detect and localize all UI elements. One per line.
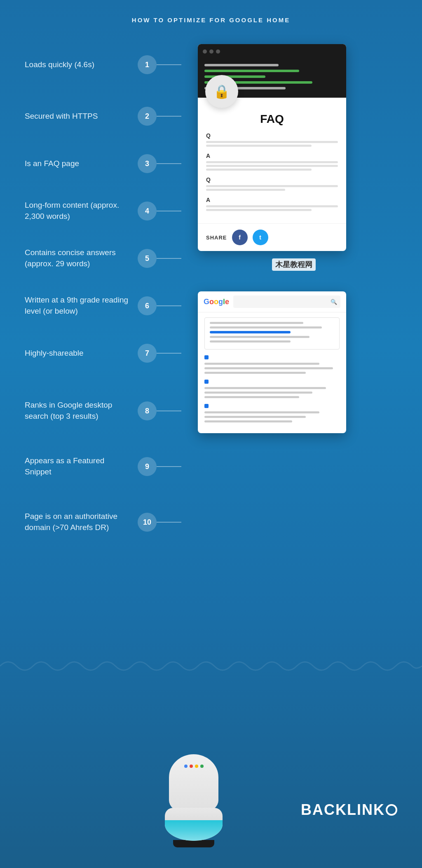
faq-line <box>206 205 338 207</box>
list-item: Long-form content (approx. 2,300 words) … <box>25 199 181 223</box>
connector-4 <box>157 211 181 211</box>
faq-item: A <box>206 152 338 171</box>
item-text-2: Secured with HTTPS <box>25 111 138 122</box>
share-bar: SHARE f t <box>198 223 346 251</box>
faq-q-label: Q <box>206 176 338 183</box>
serp-line <box>204 387 326 389</box>
item-number-2: 2 <box>138 107 157 126</box>
google-g: G <box>204 298 209 306</box>
connector-2 <box>157 116 181 117</box>
connector-7 <box>157 353 181 354</box>
connector-9 <box>157 466 181 467</box>
backlinko-text: BACKLINK <box>301 801 385 818</box>
item-number-3: 3 <box>138 154 157 173</box>
item-number-1: 1 <box>138 55 157 74</box>
list-item: Secured with HTTPS 2 <box>25 104 181 129</box>
page-title: HOW TO OPTIMIZE FOR GOOGLE HOME <box>0 0 422 36</box>
google-home-dot-green <box>200 765 204 768</box>
serp-line <box>210 326 322 328</box>
list-item: Page is on an authoritative domain (>70 … <box>25 510 181 535</box>
serp-line <box>204 367 333 369</box>
list-item: Contains concise answers (approx. 29 wor… <box>25 246 181 271</box>
backlinko-logo: BACKLINK <box>301 801 397 819</box>
facebook-share-button[interactable]: f <box>232 230 248 245</box>
faq-item: A <box>206 197 338 211</box>
serp-result <box>204 380 340 398</box>
serp-line <box>204 420 292 422</box>
item-number-6: 6 <box>138 296 157 315</box>
result-dot <box>204 404 209 408</box>
item-number-10: 10 <box>138 513 157 532</box>
list-item: Appears as a Featured Snippet 9 <box>25 454 181 479</box>
faq-line <box>206 169 312 171</box>
faq-q-label: Q <box>206 132 338 139</box>
list-item: Is an FAQ page 3 <box>25 151 181 176</box>
item-text-5: Contains concise answers (approx. 29 wor… <box>25 247 138 269</box>
result-dot <box>204 380 209 384</box>
lock-overlay: 🔒 <box>205 75 238 108</box>
google-home-dot-red <box>190 765 193 768</box>
lock-icon: 🔒 <box>213 84 230 99</box>
serp-result <box>204 355 340 374</box>
item-text-3: Is an FAQ page <box>25 158 138 169</box>
faq-item: Q <box>206 176 338 191</box>
browser-bar <box>198 44 346 59</box>
item-number-7: 7 <box>138 344 157 363</box>
list-item: Ranks in Google desktop search (top 3 re… <box>25 399 181 423</box>
serp-line <box>204 396 299 398</box>
serp-line <box>210 340 291 343</box>
browser-dot <box>216 49 220 54</box>
google-e: e <box>225 298 229 306</box>
item-number-8: 8 <box>138 401 157 420</box>
item-text-10: Page is on an authoritative domain (>70 … <box>25 511 138 533</box>
item-text-1: Loads quickly (4.6s) <box>25 59 138 70</box>
serp-line <box>210 322 303 324</box>
item-number-4: 4 <box>138 202 157 221</box>
google-home-device <box>165 754 223 847</box>
faq-line <box>206 141 338 143</box>
connector-10 <box>157 522 181 523</box>
connector-1 <box>157 64 181 65</box>
result-dot <box>204 355 209 359</box>
faq-line <box>206 165 338 167</box>
google-search-bar[interactable]: 🔍 <box>233 296 340 308</box>
serp-mockup: Google 🔍 <box>198 291 346 433</box>
item-number-5: 5 <box>138 249 157 268</box>
google-logo: Google <box>204 298 229 306</box>
item-text-7: Highly-shareable <box>25 348 138 359</box>
google-home-dot-blue <box>184 765 188 768</box>
code-line <box>204 64 279 66</box>
item-number-9: 9 <box>138 457 157 476</box>
serp-line <box>204 372 306 374</box>
faq-section: FAQ Q A Q A <box>198 106 346 223</box>
wave-decoration <box>0 650 422 683</box>
item-text-4: Long-form content (approx. 2,300 words) <box>25 200 138 222</box>
google-o2: o <box>214 298 218 306</box>
twitter-share-button[interactable]: t <box>253 230 268 245</box>
faq-a-label: A <box>206 197 338 203</box>
google-home-dot-yellow <box>195 765 198 768</box>
faq-line <box>206 185 338 187</box>
faq-line <box>206 189 285 191</box>
google-home-ring <box>173 840 214 847</box>
left-column: Loads quickly (4.6s) 1 Secured with HTTP… <box>0 36 190 613</box>
google-g2: g <box>218 298 223 306</box>
connector-6 <box>157 305 181 306</box>
google-home-body <box>165 808 223 841</box>
featured-snippet <box>204 317 340 350</box>
connector-5 <box>157 258 181 259</box>
faq-item: Q <box>206 132 338 147</box>
browser-dot <box>203 49 207 54</box>
code-line <box>204 70 299 72</box>
list-item: Highly-shareable 7 <box>25 341 181 366</box>
watermark: 木星教程网 <box>272 258 316 271</box>
item-text-9: Appears as a Featured Snippet <box>25 455 138 477</box>
google-home-top <box>169 754 218 812</box>
list-item: Loads quickly (4.6s) 1 <box>25 52 181 77</box>
serp-line <box>204 392 312 394</box>
share-label: SHARE <box>206 235 227 241</box>
google-bar: Google 🔍 <box>198 291 346 312</box>
serp-line <box>204 411 319 413</box>
faq-a-label: A <box>206 152 338 159</box>
list-item: Written at a 9th grade reading level (or… <box>25 293 181 318</box>
